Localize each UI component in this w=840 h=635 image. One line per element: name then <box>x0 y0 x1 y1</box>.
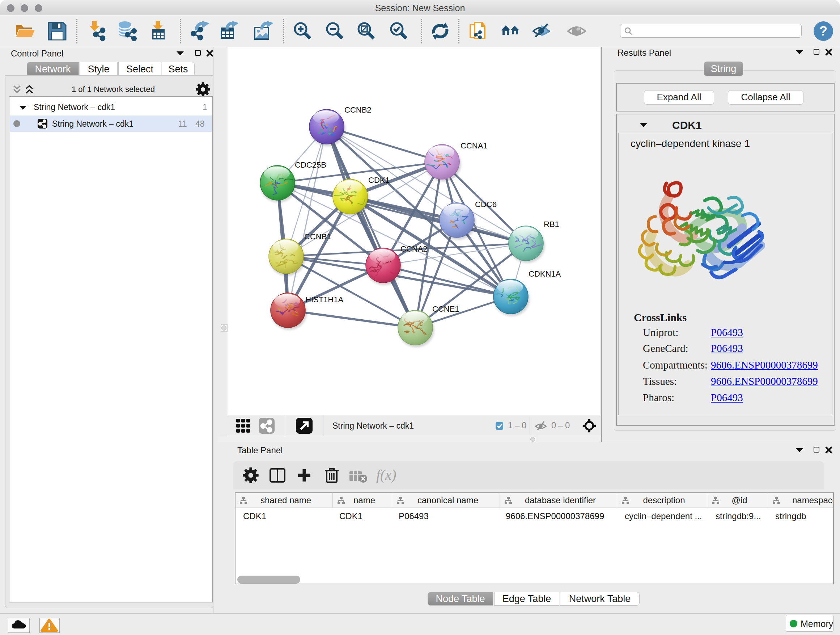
svg-text:HIST1H1A: HIST1H1A <box>305 295 343 304</box>
svg-text:CDKN1A: CDKN1A <box>529 269 561 279</box>
svg-text:CDC25B: CDC25B <box>295 160 326 169</box>
svg-text:CCNB2: CCNB2 <box>344 105 371 114</box>
svg-text:CCNE1: CCNE1 <box>432 304 459 314</box>
svg-text:CCNB1: CCNB1 <box>304 232 332 241</box>
svg-text:RB1: RB1 <box>544 220 559 229</box>
svg-text:CCNA1: CCNA1 <box>461 141 488 150</box>
svg-text:CDC6: CDC6 <box>475 200 497 209</box>
svg-text:CDK1: CDK1 <box>368 176 390 185</box>
svg-text:CCNA2: CCNA2 <box>401 244 428 253</box>
